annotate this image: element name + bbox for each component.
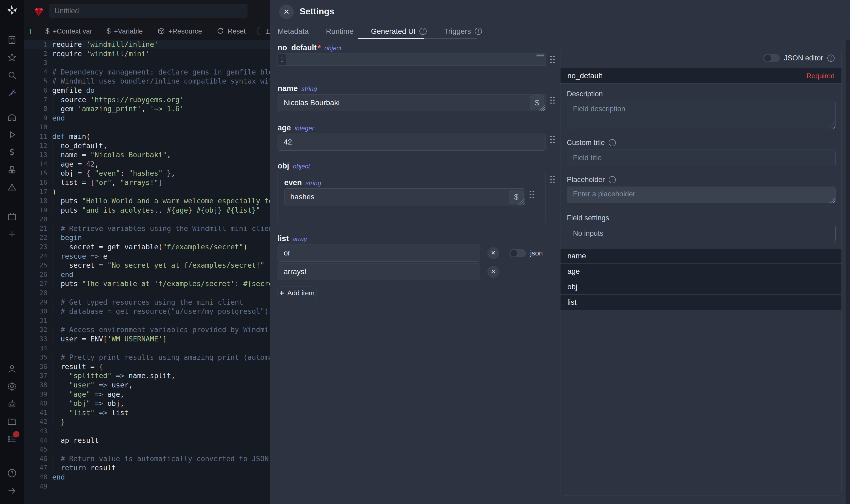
- code-line[interactable]: 33 user = ENV['WM_USERNAME']: [24, 335, 270, 344]
- close-icon[interactable]: ✕: [279, 4, 294, 19]
- code-line[interactable]: 46 # Return value is automatically conve…: [24, 454, 270, 464]
- code-line[interactable]: 44 ap result: [24, 436, 270, 445]
- code-line[interactable]: 41 "list" => list: [24, 408, 270, 417]
- tab-metadata[interactable]: Metadata: [277, 27, 309, 36]
- code-editor[interactable]: 1require 'windmill/inline'2require 'wind…: [24, 40, 270, 504]
- contextvar-button[interactable]: $+Context var: [46, 27, 92, 35]
- modal-scrollbar[interactable]: [846, 40, 850, 504]
- diff-mode-icon[interactable]: ±: [266, 26, 270, 36]
- remove-item-icon[interactable]: ✕: [487, 247, 499, 259]
- code-line[interactable]: 4# Dependency management: declare gems i…: [24, 68, 270, 77]
- code-line[interactable]: 16 list = ["or", "arrays!"]: [24, 178, 270, 187]
- field-row-list[interactable]: list: [560, 294, 842, 310]
- plus-icon[interactable]: [7, 229, 17, 239]
- code-line[interactable]: 1require 'windmill/inline': [24, 40, 270, 49]
- variable-button[interactable]: $+Variable: [106, 27, 143, 35]
- code-line[interactable]: 19 puts "and its acolytes.. #{age} #{obj…: [24, 206, 270, 215]
- code-line[interactable]: 35 # Pretty print results using amazing_…: [24, 353, 270, 362]
- drag-handle-icon[interactable]: [550, 176, 555, 186]
- code-line[interactable]: 13 name = "Nicolas Bourbaki",: [24, 150, 270, 160]
- info-icon[interactable]: i: [609, 176, 616, 183]
- code-line[interactable]: 32 # Access environment variables provid…: [24, 325, 270, 335]
- code-line[interactable]: 24 rescue => e: [24, 252, 270, 261]
- code-line[interactable]: 26 end: [24, 270, 270, 280]
- tab-runtime[interactable]: Runtime: [326, 27, 354, 36]
- custom-title-input[interactable]: [567, 150, 835, 166]
- code-line[interactable]: 48end: [24, 473, 270, 482]
- magic-wand-icon[interactable]: [7, 87, 17, 98]
- code-line[interactable]: 18 puts "Hello World and a warm welcome …: [24, 196, 270, 206]
- code-line[interactable]: 23 secret = get_variable("f/examples/sec…: [24, 242, 270, 252]
- code-line[interactable]: 17): [24, 187, 270, 197]
- resource-button[interactable]: +Resource: [157, 27, 202, 35]
- star-icon[interactable]: [7, 52, 17, 63]
- code-line[interactable]: 3: [24, 58, 270, 68]
- code-line[interactable]: 10: [24, 123, 270, 132]
- code-line[interactable]: 28: [24, 288, 270, 298]
- drag-handle-icon[interactable]: [529, 191, 534, 201]
- remove-item-icon[interactable]: ✕: [487, 266, 499, 278]
- code-line[interactable]: 45: [24, 445, 270, 454]
- code-line[interactable]: 42 }: [24, 417, 270, 427]
- robot-icon[interactable]: [7, 399, 17, 409]
- code-line[interactable]: 49: [24, 482, 270, 491]
- list-item-input[interactable]: [278, 249, 480, 257]
- code-line[interactable]: 38 "user" => user,: [24, 380, 270, 390]
- cubes-icon[interactable]: [7, 164, 17, 175]
- description-textarea[interactable]: [567, 101, 835, 129]
- folder-icon[interactable]: [7, 416, 17, 427]
- code-line[interactable]: 25 secret = "No secret yet at f/examples…: [24, 261, 270, 270]
- code-line[interactable]: 30 # database = get_resource("u/user/my_…: [24, 307, 270, 316]
- help-icon[interactable]: [7, 468, 17, 479]
- even-input[interactable]: [285, 193, 509, 201]
- code-line[interactable]: 22 begin: [24, 233, 270, 242]
- age-input[interactable]: [278, 138, 545, 146]
- json-editor-toggle[interactable]: [763, 54, 780, 62]
- code-line[interactable]: 36 result = {: [24, 362, 270, 372]
- play-icon[interactable]: [7, 129, 17, 140]
- field-row-age[interactable]: age: [560, 264, 842, 279]
- code-line[interactable]: 12 no_default,: [24, 141, 270, 150]
- code-line[interactable]: 40 "obj" => obj,: [24, 399, 270, 408]
- dollar-icon[interactable]: [7, 147, 17, 158]
- building-icon[interactable]: [7, 35, 17, 45]
- code-line[interactable]: 6gemfile do: [24, 86, 270, 95]
- code-line[interactable]: 29 # Get typed resources using the mini …: [24, 298, 270, 307]
- name-input[interactable]: [278, 98, 530, 107]
- drag-handle-icon[interactable]: [550, 56, 555, 67]
- gear-icon[interactable]: [7, 381, 17, 392]
- calendar-icon[interactable]: [7, 211, 17, 222]
- windmill-logo[interactable]: [6, 4, 18, 17]
- code-line[interactable]: 43: [24, 427, 270, 436]
- prism-icon[interactable]: [7, 182, 17, 193]
- info-icon[interactable]: i: [609, 139, 616, 146]
- field-row-obj[interactable]: obj: [560, 279, 842, 294]
- code-line[interactable]: 5# Windmill uses bundler/inline compatib…: [24, 77, 270, 86]
- tab-generated-ui[interactable]: Generated UIi: [371, 27, 427, 36]
- audit-list-icon[interactable]: [7, 434, 17, 444]
- diff-toggle[interactable]: [257, 27, 261, 35]
- info-icon[interactable]: i: [827, 55, 835, 62]
- tab-triggers[interactable]: Triggersi: [444, 27, 482, 36]
- code-line[interactable]: 37 "splitted" => name.split,: [24, 371, 270, 380]
- json-input-scrollbar[interactable]: [537, 55, 544, 56]
- code-line[interactable]: 11def main(: [24, 132, 270, 141]
- field-row-name[interactable]: name: [560, 248, 842, 264]
- arrow-right-icon[interactable]: [7, 485, 17, 496]
- list-item-input[interactable]: [278, 267, 480, 276]
- json-toggle[interactable]: [509, 249, 526, 257]
- drag-handle-icon[interactable]: [550, 136, 555, 147]
- reset-button[interactable]: Reset: [216, 27, 246, 35]
- add-item-button[interactable]: + Add item: [277, 287, 317, 299]
- code-line[interactable]: 15 obj = { "even": "hashes" },: [24, 169, 270, 178]
- placeholder-textarea[interactable]: [567, 187, 835, 203]
- script-title-input[interactable]: [49, 4, 248, 18]
- code-line[interactable]: 47 return result: [24, 463, 270, 473]
- code-line[interactable]: 20: [24, 215, 270, 224]
- search-icon[interactable]: [7, 70, 17, 80]
- home-icon[interactable]: [7, 112, 17, 122]
- code-line[interactable]: 7 source 'https://rubygems.org': [24, 95, 270, 105]
- code-line[interactable]: 27 puts "The variable at 'f/examples/sec…: [24, 279, 270, 288]
- code-line[interactable]: 31: [24, 316, 270, 325]
- code-line[interactable]: 14 age = 42,: [24, 160, 270, 169]
